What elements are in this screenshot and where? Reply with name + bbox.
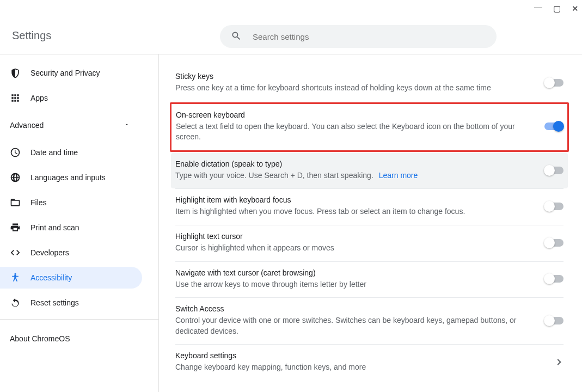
- reset-icon: [10, 297, 21, 308]
- sidebar-item-label: Languages and inputs: [30, 173, 106, 182]
- toggle-caret-browsing[interactable]: [545, 275, 563, 283]
- apps-icon: [10, 93, 21, 103]
- setting-description: Control your device with one or more swi…: [175, 315, 534, 336]
- globe-icon: [10, 172, 21, 183]
- setting-description: Select a text field to open the keyboard…: [176, 121, 534, 143]
- sidebar-item-label: Developers: [30, 248, 69, 257]
- toggle-highlight-focus[interactable]: [545, 203, 563, 210]
- sidebar-item-label: Apps: [30, 94, 48, 102]
- setting-description: Item is highlighted when you move focus.…: [175, 206, 534, 217]
- sidebar-item-label: Print and scan: [30, 223, 79, 232]
- sidebar-item-apps[interactable]: Apps: [0, 87, 142, 109]
- shield-icon: [10, 68, 21, 78]
- toggle-sticky-keys[interactable]: [545, 79, 563, 87]
- code-icon: [10, 247, 21, 258]
- minimize-button[interactable]: —: [534, 2, 542, 11]
- chevron-right-icon: [555, 359, 561, 365]
- sidebar-about[interactable]: About ChromeOS: [0, 323, 142, 345]
- sidebar-item-accessibility[interactable]: Accessibility: [0, 267, 142, 289]
- setting-title: Switch Access: [175, 304, 534, 313]
- accessibility-icon: [10, 272, 21, 283]
- setting-sticky-keys: Sticky keys Press one key at a time for …: [175, 65, 563, 101]
- setting-title: Sticky keys: [175, 72, 534, 81]
- setting-description: Use the arrow keys to move through items…: [175, 279, 534, 290]
- sidebar-advanced-toggle[interactable]: Advanced: [0, 114, 142, 136]
- window-controls: — ▢ ✕: [534, 0, 579, 17]
- sidebar-about-label: About ChromeOS: [10, 334, 70, 343]
- setting-highlight-cursor: Highlight text cursor Cursor is highligh…: [175, 225, 563, 261]
- setting-switch-access: Switch Access Control your device with o…: [175, 297, 563, 344]
- setting-description: Type with your voice. Use Search + D, th…: [175, 170, 534, 181]
- setting-description: Press one key at a time for keyboard sho…: [175, 83, 534, 94]
- setting-description: Change keyboard key mapping, function ke…: [175, 362, 545, 373]
- chevron-up-icon: [124, 121, 130, 130]
- clock-icon: [10, 147, 21, 158]
- sidebar-item-label: Accessibility: [30, 273, 72, 282]
- toggle-on-screen-keyboard[interactable]: [544, 122, 563, 130]
- close-button[interactable]: ✕: [572, 4, 579, 14]
- sidebar-item-label: Date and time: [30, 148, 78, 157]
- setting-caret-browsing: Navigate with text cursor (caret browsin…: [175, 261, 563, 298]
- page-title: Settings: [0, 29, 51, 42]
- sidebar-item-languages[interactable]: Languages and inputs: [0, 167, 142, 188]
- setting-title: Navigate with text cursor (caret browsin…: [175, 268, 534, 277]
- svg-point-0: [14, 273, 16, 275]
- sidebar-item-developers[interactable]: Developers: [0, 242, 142, 264]
- setting-title: Enable dictation (speak to type): [175, 160, 534, 168]
- sidebar: Security and Privacy Apps Advanced Date …: [0, 54, 159, 392]
- sidebar-item-print[interactable]: Print and scan: [0, 217, 142, 238]
- sidebar-item-security[interactable]: Security and Privacy: [0, 62, 142, 84]
- setting-title: Highlight text cursor: [175, 232, 534, 241]
- sidebar-item-reset[interactable]: Reset settings: [0, 292, 142, 314]
- sidebar-divider: [0, 319, 158, 320]
- toggle-switch-access[interactable]: [545, 317, 563, 324]
- setting-highlight-focus: Highlight item with keyboard focus Item …: [175, 188, 563, 225]
- main-content: Sticky keys Press one key at a time for …: [159, 54, 582, 392]
- learn-more-link[interactable]: Learn more: [379, 171, 418, 180]
- sidebar-item-files[interactable]: Files: [0, 192, 142, 213]
- toggle-highlight-cursor[interactable]: [545, 239, 563, 247]
- printer-icon: [10, 222, 21, 233]
- sidebar-advanced-label: Advanced: [10, 121, 44, 130]
- setting-keyboard-settings[interactable]: Keyboard settings Change keyboard key ma…: [175, 344, 563, 381]
- search-bar[interactable]: [220, 25, 497, 48]
- sidebar-item-label: Reset settings: [30, 298, 79, 307]
- setting-title: On-screen keyboard: [176, 111, 534, 119]
- toggle-dictation[interactable]: [545, 167, 563, 174]
- setting-description: Cursor is highlighted when it appears or…: [175, 243, 534, 254]
- header: Settings: [0, 17, 582, 54]
- setting-dictation: Enable dictation (speak to type) Type wi…: [171, 153, 568, 189]
- search-input[interactable]: [253, 32, 488, 41]
- setting-title: Highlight item with keyboard focus: [175, 195, 534, 204]
- setting-title: Keyboard settings: [175, 351, 545, 360]
- sidebar-item-date-time[interactable]: Date and time: [0, 142, 142, 163]
- sidebar-item-label: Files: [30, 198, 47, 207]
- maximize-button[interactable]: ▢: [553, 4, 561, 14]
- folder-icon: [10, 197, 21, 208]
- search-icon: [231, 30, 242, 43]
- setting-on-screen-keyboard: On-screen keyboard Select a text field t…: [170, 102, 569, 152]
- sidebar-item-label: Security and Privacy: [30, 69, 100, 77]
